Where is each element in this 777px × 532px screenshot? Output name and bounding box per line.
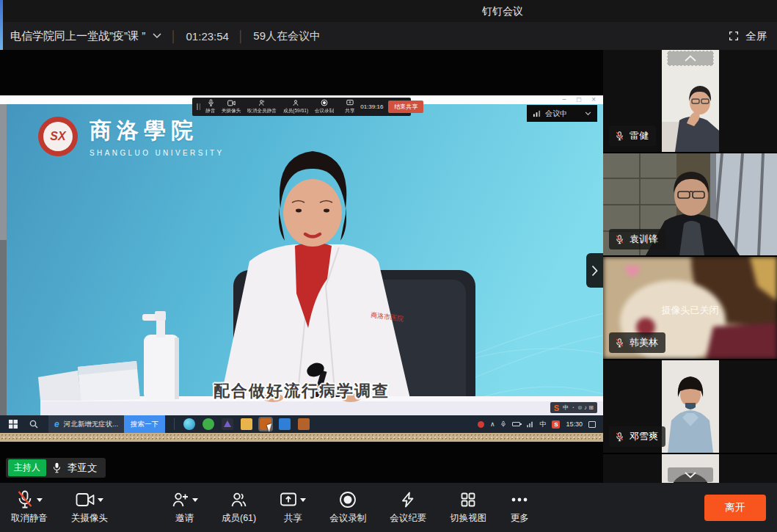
divider: │ [238, 30, 244, 43]
ellipsis-icon [510, 491, 529, 509]
windows-start-icon [9, 420, 18, 429]
tray-mic-icon [500, 420, 506, 428]
inner-timer: 01:39:16 [360, 103, 383, 110]
participant-name-badge: 雷健 [609, 125, 656, 146]
tray-clock: 15:30 [566, 420, 583, 428]
mic-active-icon [52, 462, 62, 473]
sogou-ime-bar: S 中 ・ ⊙ ♪ ⊞ [550, 402, 597, 413]
host-name-badge: 主持人 李亚文 [6, 458, 106, 478]
minutes-button[interactable]: 会议纪要 [390, 490, 426, 525]
participant-name: 韩美林 [630, 336, 658, 349]
unmute-button[interactable]: 取消静音 [11, 490, 48, 525]
fullscreen-label: 全屏 [745, 29, 767, 43]
signal-bars-icon [533, 109, 541, 117]
inner-share-button: 共享 [345, 99, 355, 114]
participant-name-badge: 袁训锋 [609, 229, 665, 249]
record-icon [339, 491, 357, 509]
camera-off-label: 摄像头已关闭 [603, 304, 777, 317]
participant-tile-yuanxunfeng[interactable]: 袁训锋 [603, 153, 777, 255]
meeting-info-bar: 电信学院同上一堂战”疫”课 ” │ 01:23:54 │ 59人在会议中 全屏 [0, 22, 777, 50]
sogou-logo: S [554, 404, 559, 412]
record-button[interactable]: 会议录制 [329, 490, 366, 525]
meeting-toolbar: 取消静音 关摄像头 邀请 成 [0, 483, 777, 532]
ie-icon: e [54, 419, 59, 429]
leave-meeting-button[interactable]: 离开 [704, 495, 766, 521]
system-tray: ∧ 中 S 15:30 [478, 420, 596, 429]
scroll-participants-down-button[interactable] [668, 467, 713, 482]
notification-center-icon [588, 421, 596, 428]
purple-app-icon [222, 418, 233, 430]
chevron-up-icon [685, 55, 696, 62]
share-screen-icon [280, 491, 297, 509]
chevron-down-icon [685, 472, 696, 478]
taskbar-app-icons [183, 418, 310, 430]
shared-desktop-taskbar: e 河北新增无症状... 搜索一下 [0, 415, 603, 433]
dropdown-caret[interactable] [300, 498, 306, 505]
tray-red-icon [478, 421, 484, 428]
meeting-title: 电信学院同上一堂战”疫”课 ” [10, 29, 145, 43]
share-button[interactable]: 共享 [280, 490, 306, 525]
shared-close-glyph: × [591, 96, 596, 103]
university-name-en: SHANGLUO UNIVERSITY [90, 149, 225, 157]
taskbar-search-icon [29, 420, 38, 429]
participant-name: 雷健 [630, 129, 649, 142]
camera-icon [76, 492, 95, 507]
university-name-cn: 商洛學院 [90, 116, 225, 146]
members-button[interactable]: 成员(61) [222, 490, 256, 525]
scroll-participants-up-button[interactable] [667, 51, 714, 66]
member-icon [292, 99, 299, 106]
lightning-notes-icon [399, 491, 417, 509]
green-app-icon [203, 418, 214, 430]
lecture-video: 商洛市医院 [0, 104, 603, 415]
ie-browser-tab: e 河北新增无症状... [48, 415, 124, 433]
dropdown-caret[interactable] [98, 498, 103, 505]
main-shared-video[interactable]: − □ × [0, 50, 603, 483]
dropdown-caret[interactable] [37, 498, 43, 505]
sidebar-collapse-button[interactable] [586, 253, 603, 288]
participant-tile-next-partial[interactable] [603, 454, 777, 483]
desktop-edge-sliver [0, 0, 3, 50]
mic-muted-icon [615, 131, 624, 141]
mic-muted-icon [615, 432, 624, 442]
fullscreen-icon [728, 30, 740, 42]
switch-view-button[interactable]: 切换视图 [450, 490, 486, 525]
participant-name-badge: 韩美林 [609, 332, 665, 353]
share-screen-icon [346, 99, 354, 106]
mic-muted-icon [615, 235, 624, 244]
sogou-tray-icon: S [552, 420, 560, 429]
mic-muted-icon [16, 490, 34, 509]
participants-sidebar: 雷健 [603, 50, 777, 483]
university-logo: SX 商洛學院 SHANGLUO UNIVERSITY [38, 116, 225, 157]
orange-app-icon [298, 418, 310, 430]
edge-icon [183, 418, 195, 430]
shared-status-label: 会议中 [545, 109, 567, 119]
shared-inner-toolbar: 静音 关摄像头 取消全员静音 成员(59/61) [192, 98, 411, 116]
inner-end-share-button: 结束共享 [388, 101, 423, 113]
invite-button[interactable]: 邀请 [171, 490, 198, 525]
desktop-wallpaper-strip [0, 433, 603, 442]
inner-unmute-all-button: 取消全员静音 [247, 99, 277, 114]
active-app-icon [260, 418, 271, 430]
toolbar-center-group: 邀请 成员(61) 共享 会议录制 [171, 490, 529, 525]
participant-tile-hanmeilin[interactable]: 摄像头已关闭 韩美林 [603, 257, 777, 359]
mouse-cursor [267, 423, 274, 432]
chevron-down-icon [585, 112, 591, 116]
tray-expand-icon: ∧ [490, 420, 495, 428]
toolbar-left-group: 取消静音 关摄像头 [11, 490, 108, 525]
grid-view-icon [459, 491, 477, 509]
tray-battery-icon [512, 422, 520, 426]
members-icon [230, 491, 248, 509]
meeting-title-chevron-down-icon[interactable] [153, 33, 161, 39]
participant-tile-dengxueshuang[interactable]: 邓雪爽 [603, 360, 777, 453]
shared-minimize-glyph: − [562, 96, 566, 103]
fullscreen-button[interactable]: 全屏 [728, 29, 767, 43]
participant-tile-leijian[interactable]: 雷健 [603, 50, 777, 152]
inner-camera-button: 关摄像头 [221, 100, 241, 114]
inner-record-button: 会议录制 [314, 99, 335, 114]
record-icon [321, 99, 328, 106]
camera-off-button[interactable]: 关摄像头 [71, 490, 108, 525]
more-button[interactable]: 更多 [510, 490, 529, 525]
participant-name: 袁训锋 [630, 233, 658, 246]
dropdown-caret[interactable] [192, 498, 198, 505]
shared-maximize-glyph: □ [577, 96, 581, 103]
